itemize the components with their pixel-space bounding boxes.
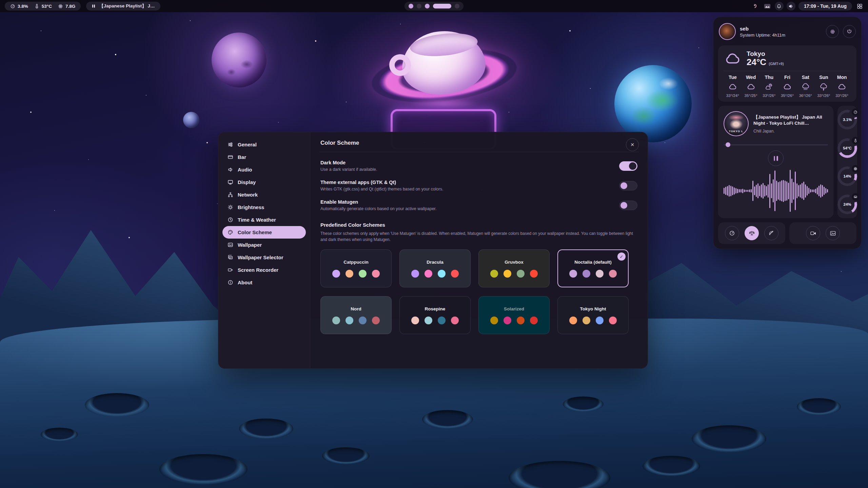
power-saver-profile-button[interactable] xyxy=(764,226,778,240)
performance-profile-button[interactable] xyxy=(725,226,739,240)
workspace-dot[interactable] xyxy=(409,4,413,8)
sidebar-item-color-scheme[interactable]: Color Scheme xyxy=(222,226,306,239)
rain-cloud-icon xyxy=(801,83,810,91)
setting-title: Enable Matugen xyxy=(320,199,437,205)
color-dot xyxy=(504,270,511,278)
avatar[interactable] xyxy=(719,23,736,40)
crater xyxy=(239,419,293,439)
color-dot xyxy=(438,317,446,324)
media-pill[interactable]: 【Japanese Playlist】 J… xyxy=(86,2,160,11)
cloud-icon xyxy=(747,83,755,91)
power-button[interactable] xyxy=(843,25,856,38)
brightness-icon xyxy=(228,204,233,210)
workspace-dot[interactable] xyxy=(425,4,430,8)
workspaces xyxy=(405,2,463,11)
color-dot xyxy=(346,270,353,278)
scheme-card-nord[interactable]: Nord xyxy=(320,296,392,334)
screen-recorder-button[interactable] xyxy=(806,226,820,240)
grid-icon[interactable] xyxy=(855,2,864,11)
balanced-profile-button[interactable] xyxy=(745,226,759,240)
setting-subtitle: Use a dark variant if available. xyxy=(320,167,377,172)
predefined-schemes-section: Predefined Color Schemes These color sch… xyxy=(320,222,637,243)
section-description: These color schemes only apply when 'Use… xyxy=(320,230,637,243)
media-progress[interactable] xyxy=(724,142,828,147)
color-dot xyxy=(425,270,432,278)
sidebar-item-screen-recorder[interactable]: Screen Recorder xyxy=(222,264,306,276)
scheme-card-rosepine[interactable]: Rosepine xyxy=(399,296,471,334)
settings-gear-button[interactable] xyxy=(826,25,839,38)
forecast-temps: 33°/26° xyxy=(760,94,778,98)
cpu-gauge: 3.1% xyxy=(837,110,857,129)
color-dot xyxy=(372,270,380,278)
sidebar-item-about[interactable]: About xyxy=(222,276,306,289)
crater xyxy=(159,454,248,485)
sidebar-item-display[interactable]: Display xyxy=(222,176,306,188)
matugen-toggle[interactable] xyxy=(619,201,637,210)
sidebar-item-audio[interactable]: Audio xyxy=(222,163,306,176)
dark-mode-toggle[interactable] xyxy=(619,161,637,171)
tune-icon xyxy=(228,142,233,147)
speaker-icon[interactable] xyxy=(787,2,795,11)
info-icon xyxy=(228,280,233,285)
theme-external-toggle[interactable] xyxy=(619,181,637,190)
clock-icon xyxy=(228,217,233,223)
bell-icon[interactable] xyxy=(775,2,784,11)
wallpaper-button[interactable] xyxy=(826,226,840,240)
cpu-stat[interactable]: 3.8% xyxy=(10,4,28,9)
weather-temperature: 24°C (GMT+9) xyxy=(747,58,784,67)
disk-icon xyxy=(853,195,857,199)
storm-cloud-icon xyxy=(819,83,828,91)
scheme-card-gruvbox[interactable]: Gruvbox xyxy=(478,249,550,287)
workspace-dot[interactable] xyxy=(417,4,421,8)
sidebar-item-wallpaper-selector[interactable]: Wallpaper Selector xyxy=(222,251,306,264)
wallpaper-icon xyxy=(228,242,233,248)
thermometer-icon xyxy=(853,139,857,143)
scheme-card-tokyo-night[interactable]: Tokyo Night xyxy=(557,296,629,334)
memory-gauge: 14% xyxy=(837,166,857,186)
workspace-active-pill[interactable] xyxy=(433,4,451,8)
sidebar-item-bar[interactable]: Bar xyxy=(222,151,306,163)
forecast-temps: 33°/24° xyxy=(724,94,742,98)
thermometer-icon xyxy=(34,4,39,9)
crater xyxy=(692,425,766,452)
forecast-day: Mon xyxy=(833,75,851,80)
crater xyxy=(322,447,370,464)
chip-icon xyxy=(58,4,63,9)
sidebar-item-network[interactable]: Network xyxy=(222,188,306,201)
clock: 17:09 - Tue, 19 Aug xyxy=(804,3,847,9)
temperature-gauge: 54°C xyxy=(837,138,857,158)
tray-app-icon[interactable] xyxy=(751,2,760,11)
scheme-card-noctalia[interactable]: ✓ Noctalia (default) xyxy=(557,249,629,287)
settings-sidebar: General Bar Audio Display Network Bright… xyxy=(218,132,310,368)
album-art[interactable]: TOKYO L xyxy=(724,111,749,136)
settings-window: General Bar Audio Display Network Bright… xyxy=(218,132,648,369)
sidebar-item-wallpaper[interactable]: Wallpaper xyxy=(222,239,306,251)
workspace-dot[interactable] xyxy=(455,4,459,8)
forecast-temps: 35°/25° xyxy=(742,94,760,98)
color-dot xyxy=(609,317,617,324)
cloud-icon xyxy=(837,83,846,91)
clock-pill[interactable]: 17:09 - Tue, 19 Aug xyxy=(798,2,852,11)
wallpaper-tray-icon[interactable] xyxy=(763,2,772,11)
setting-row-matugen: Enable Matugen Automatically generate co… xyxy=(320,199,637,211)
color-dot xyxy=(359,317,367,324)
pause-button[interactable] xyxy=(768,150,784,166)
sidebar-item-general[interactable]: General xyxy=(222,138,306,151)
scheme-card-catppuccin[interactable]: Catppuccin xyxy=(320,249,392,287)
header-divider xyxy=(319,152,639,152)
video-icon xyxy=(810,230,816,237)
power-profiles-card xyxy=(718,222,785,244)
scheme-card-dracula[interactable]: Dracula xyxy=(399,249,471,287)
color-dot xyxy=(504,317,511,324)
audio-icon xyxy=(228,167,233,172)
memory-stat[interactable]: 7.8G xyxy=(58,4,75,9)
sidebar-item-brightness[interactable]: Brightness xyxy=(222,201,306,214)
temperature-stat[interactable]: 53°C xyxy=(34,4,52,9)
close-button[interactable]: ✕ xyxy=(626,138,639,151)
utilities-card xyxy=(789,222,856,244)
progress-handle[interactable] xyxy=(726,142,730,147)
crater xyxy=(41,428,78,441)
sidebar-item-time-weather[interactable]: Time & Weather xyxy=(222,214,306,226)
scheme-card-solarized[interactable]: Solarized xyxy=(478,296,550,334)
color-dot xyxy=(332,270,340,278)
